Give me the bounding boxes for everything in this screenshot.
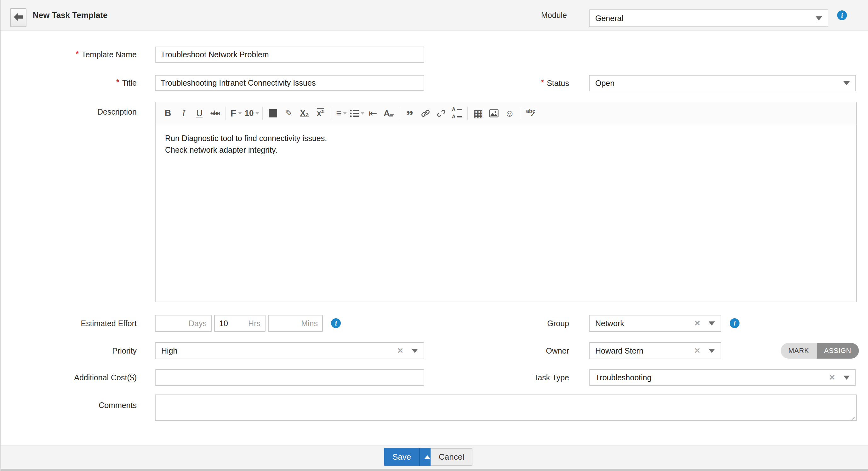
blockquote-icon[interactable]: ”: [402, 108, 417, 123]
title-input[interactable]: [155, 75, 424, 91]
estimated-effort-label-row: Estimated Effort: [1, 315, 137, 332]
toolbar-divider: [399, 107, 399, 120]
bottom-border-strip: [1, 469, 868, 471]
module-info-icon[interactable]: i: [837, 10, 847, 20]
toolbar-divider: [331, 107, 331, 120]
task-type-selected-value: Troubleshooting: [595, 373, 829, 382]
module-selected-value: General: [595, 14, 816, 23]
bullet-list-icon[interactable]: [349, 106, 365, 121]
status-select[interactable]: Open: [589, 75, 856, 91]
header-bar: New Task Template Module General i: [1, 0, 868, 31]
group-label: Group: [547, 319, 569, 328]
insert-image-icon[interactable]: [486, 106, 502, 121]
title-label-row: * Title: [1, 75, 137, 91]
priority-label: Priority: [112, 346, 137, 355]
owner-select[interactable]: Howard Stern ✕: [589, 342, 721, 359]
template-name-label: Template Name: [82, 50, 137, 59]
toolbar-divider: [520, 107, 520, 120]
description-editor: B I U abc F 10 ✎ X₂ x² ≡: [155, 102, 857, 302]
new-task-template-page: New Task Template Module General i * Tem…: [0, 0, 868, 471]
effort-minutes-input[interactable]: Mins: [268, 315, 323, 332]
priority-select[interactable]: High ✕: [155, 342, 424, 359]
cancel-button[interactable]: Cancel: [431, 448, 472, 466]
clear-icon[interactable]: ✕: [694, 346, 701, 355]
clear-icon[interactable]: ✕: [694, 319, 701, 328]
description-line: Check network adapter integrity.: [165, 144, 846, 156]
template-name-input[interactable]: [155, 46, 424, 63]
module-select[interactable]: General: [589, 9, 828, 27]
status-label: Status: [547, 79, 569, 88]
chevron-down-icon: [709, 321, 715, 325]
spellcheck-icon[interactable]: abc ✓: [523, 106, 538, 121]
clear-icon[interactable]: ✕: [829, 373, 835, 382]
template-name-label-row: * Template Name: [1, 46, 137, 62]
unlink-icon[interactable]: [433, 106, 449, 121]
chevron-down-icon: [843, 81, 850, 85]
page-title: New Task Template: [33, 0, 107, 31]
font-color-icon[interactable]: [265, 106, 281, 121]
italic-icon[interactable]: I: [176, 106, 191, 121]
outdent-icon[interactable]: ⇤: [365, 106, 381, 121]
estimated-effort-label: Estimated Effort: [81, 319, 137, 328]
comments-label-row: Comments: [1, 400, 137, 411]
title-label: Title: [122, 78, 137, 88]
status-label-row: * Status: [473, 75, 569, 91]
additional-cost-label-row: Additional Cost($): [1, 369, 137, 386]
highlight-icon[interactable]: ✎: [281, 106, 297, 121]
status-selected-value: Open: [595, 79, 843, 88]
group-info-icon[interactable]: i: [730, 318, 740, 328]
chevron-down-icon: [238, 112, 242, 115]
description-line: Run Diagnostic tool to find connectivity…: [165, 132, 846, 144]
required-asterisk: *: [541, 78, 544, 87]
toolbar-divider: [262, 107, 263, 120]
font-family-icon[interactable]: F: [228, 106, 244, 121]
save-split-button: Save: [384, 448, 435, 466]
task-type-label-row: Task Type: [473, 369, 569, 386]
clear-icon[interactable]: ✕: [397, 346, 403, 355]
save-button[interactable]: Save: [384, 448, 420, 466]
hours-unit-label: Hrs: [248, 319, 260, 328]
owner-label-row: Owner: [473, 342, 569, 359]
task-type-label: Task Type: [534, 373, 569, 382]
additional-cost-label: Additional Cost($): [74, 373, 137, 382]
additional-cost-input[interactable]: [155, 369, 424, 386]
comments-label: Comments: [99, 401, 137, 410]
back-button[interactable]: [10, 8, 27, 27]
align-icon[interactable]: ≡: [334, 106, 349, 121]
days-unit-label: Days: [189, 319, 207, 328]
assign-toggle-button[interactable]: ASSIGN: [817, 343, 859, 358]
chevron-down-icon: [343, 112, 347, 115]
superscript-icon[interactable]: x²: [312, 106, 328, 121]
chevron-down-icon: [361, 112, 364, 115]
comments-textarea[interactable]: [155, 395, 857, 421]
line-spacing-icon[interactable]: A A: [449, 106, 465, 121]
toolbar-divider: [225, 107, 226, 120]
font-size-icon[interactable]: 10: [244, 106, 260, 121]
group-select[interactable]: Network ✕: [589, 315, 721, 332]
chevron-down-icon: [816, 17, 822, 21]
effort-info-icon[interactable]: i: [331, 318, 341, 328]
task-type-select[interactable]: Troubleshooting ✕: [589, 369, 856, 386]
required-asterisk: *: [116, 78, 119, 87]
subscript-icon[interactable]: X₂: [297, 106, 312, 121]
link-icon[interactable]: [417, 106, 433, 121]
bold-icon[interactable]: B: [160, 106, 176, 121]
chevron-up-icon: [424, 455, 431, 459]
priority-label-row: Priority: [1, 342, 137, 359]
insert-table-icon[interactable]: ▦: [470, 106, 486, 121]
mark-toggle-button[interactable]: MARK: [781, 343, 817, 358]
owner-mode-toggle: MARK ASSIGN: [781, 343, 859, 358]
emoji-icon[interactable]: ☺: [502, 106, 518, 121]
effort-hours-input[interactable]: 10 Hrs: [214, 315, 266, 332]
required-asterisk: *: [76, 50, 79, 58]
priority-selected-value: High: [161, 346, 397, 355]
group-selected-value: Network: [595, 319, 694, 328]
strikethrough-icon[interactable]: abc: [207, 106, 223, 121]
effort-days-input[interactable]: Days: [155, 315, 212, 332]
description-label: Description: [97, 107, 137, 117]
remove-format-icon[interactable]: A: [381, 106, 397, 121]
description-content[interactable]: Run Diagnostic tool to find connectivity…: [156, 124, 856, 164]
minutes-unit-label: Mins: [301, 319, 318, 328]
module-label: Module: [541, 0, 567, 31]
underline-icon[interactable]: U: [191, 106, 207, 121]
